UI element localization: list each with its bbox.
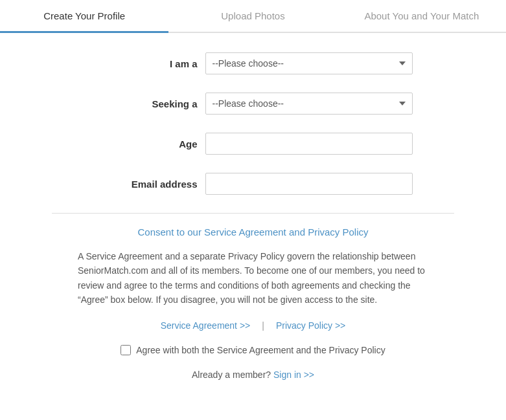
already-member-text: Already a member?: [192, 370, 271, 380]
section-divider: [52, 213, 454, 214]
age-input[interactable]: [205, 133, 413, 155]
agree-checkbox[interactable]: [121, 345, 131, 355]
i-am-a-row: I am a --Please choose-- Man Woman: [52, 52, 454, 74]
links-separator: |: [262, 320, 264, 331]
consent-body: A Service Agreement and a separate Priva…: [78, 249, 428, 307]
email-control: [205, 173, 413, 195]
email-label: Email address: [94, 179, 198, 190]
tab-navigation: Create Your Profile Upload Photos About …: [0, 0, 506, 33]
already-member-row: Already a member? Sign in >>: [78, 370, 428, 380]
seeking-a-select[interactable]: --Please choose-- Man Woman: [205, 93, 413, 115]
i-am-a-label: I am a: [94, 58, 198, 69]
privacy-policy-link[interactable]: Privacy Policy >>: [276, 320, 345, 331]
seeking-a-label: Seeking a: [94, 98, 198, 109]
sign-in-link[interactable]: Sign in >>: [273, 370, 314, 380]
agree-checkbox-row: Agree with both the Service Agreement an…: [78, 345, 428, 355]
tab-upload-photos[interactable]: Upload Photos: [168, 0, 337, 32]
seeking-a-row: Seeking a --Please choose-- Man Woman: [52, 93, 454, 115]
main-content: I am a --Please choose-- Man Woman Seeki…: [0, 33, 506, 393]
tab-create-profile[interactable]: Create Your Profile: [0, 0, 168, 32]
seeking-a-control: --Please choose-- Man Woman: [205, 93, 413, 115]
agree-label: Agree with both the Service Agreement an…: [136, 345, 385, 355]
email-row: Email address: [52, 173, 454, 195]
i-am-a-control: --Please choose-- Man Woman: [205, 52, 413, 74]
age-label: Age: [94, 138, 198, 149]
age-row: Age: [52, 133, 454, 155]
consent-links-row: Service Agreement >> | Privacy Policy >>: [78, 320, 428, 331]
service-agreement-link[interactable]: Service Agreement >>: [161, 320, 251, 331]
age-control: [205, 133, 413, 155]
consent-title: Consent to our Service Agreement and Pri…: [78, 227, 428, 238]
consent-section: Consent to our Service Agreement and Pri…: [52, 227, 454, 380]
i-am-a-select[interactable]: --Please choose-- Man Woman: [205, 52, 413, 74]
email-input[interactable]: [205, 173, 413, 195]
tab-about-you[interactable]: About You and Your Match: [338, 0, 506, 32]
